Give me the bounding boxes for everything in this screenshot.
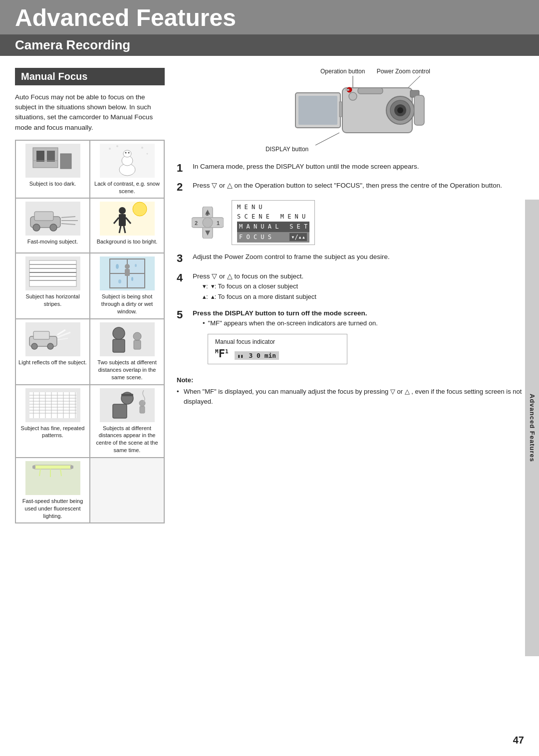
right-column: Operation button Power Zoom control: [177, 68, 524, 524]
mf-sup2: 1: [225, 348, 229, 354]
caption-overlap: Two subjects at different distances over…: [92, 359, 162, 381]
step-3-num: 3: [177, 252, 188, 265]
menu-box: M E N U S C E N E M E N U M A N U A L S …: [232, 200, 315, 246]
illus-overlap: Two subjects at different distances over…: [90, 319, 164, 385]
svg-rect-2: [36, 151, 44, 162]
svg-rect-59: [134, 340, 141, 349]
svg-point-111: [203, 218, 213, 228]
svg-point-58: [133, 332, 141, 340]
illus-fluorescent: Fast-speed shutter being used under fluo…: [15, 458, 90, 523]
step-2-text: Press ▽ or △ on the Operation button to …: [193, 181, 524, 191]
caption-window: Subject is being shot through a dirty or…: [92, 293, 162, 315]
illus-window: Subject is being shot through a dirty or…: [90, 253, 164, 319]
note-text: When "MF" is displayed, you can manually…: [184, 387, 524, 406]
svg-text:1: 1: [206, 211, 209, 217]
caption-distances: Subjects at different distances appear i…: [92, 425, 162, 454]
note-bullet: • When "MF" is displayed, you can manual…: [177, 387, 524, 406]
svg-point-43: [116, 264, 119, 269]
svg-point-25: [133, 202, 147, 216]
display-button-label: DISPLAY button: [266, 146, 308, 153]
caption-reflect: Light reflects off the subject.: [18, 359, 87, 366]
sub-mf-text: "MF" appears when the on-screen indicato…: [208, 318, 378, 329]
step-1: 1 In Camera mode, press the DISPLAY butt…: [177, 162, 524, 175]
svg-point-26: [119, 207, 126, 214]
note-section: Note: • When "MF" is displayed, you can …: [177, 375, 524, 407]
illus-fast: Fast-moving subject.: [15, 198, 90, 253]
intro-text: Auto Focus may not be able to focus on t…: [15, 92, 165, 133]
sub-mf-dot: •: [203, 318, 205, 329]
svg-rect-5: [60, 154, 71, 169]
svg-rect-82: [113, 404, 127, 418]
svg-rect-96: [298, 96, 337, 125]
svg-point-12: [109, 148, 111, 150]
caption-fluorescent: Fast-speed shutter being used under fluo…: [18, 498, 87, 520]
illus-distances: Subjects at different distances appear i…: [90, 385, 164, 458]
mf-superscript: M: [215, 348, 219, 354]
left-column: Manual Focus Auto Focus may not be able …: [15, 68, 165, 524]
svg-point-13: [116, 145, 118, 147]
svg-rect-61: [113, 339, 125, 352]
menu-diagram-item: 2 1 1 M E N U S C E N E M E N U M A N U …: [177, 200, 524, 246]
focus-indicator-box: Manual focus indicator MF1 ▮▮ 3 0 min: [208, 334, 347, 364]
sub-title-bar: Camera Recording: [0, 34, 539, 56]
illustration-grid: Subject is too dark.: [15, 140, 165, 524]
svg-point-15: [146, 153, 148, 154]
section-title-box: Manual Focus: [15, 68, 165, 85]
caption-fast: Fast-moving subject.: [27, 238, 78, 246]
svg-point-53: [47, 343, 53, 349]
svg-point-105: [349, 92, 357, 100]
step-4-sub-distant: ▴: ▴: To focus on a more distant subject: [203, 292, 524, 302]
step-5-num: 5: [177, 308, 188, 321]
step-4-sub-closer: ▾: ▾: To focus on a closer subject: [203, 281, 524, 292]
svg-rect-88: [70, 466, 73, 469]
svg-rect-108: [345, 89, 349, 91]
side-label: Advanced Features: [529, 394, 536, 462]
svg-point-52: [31, 343, 37, 349]
svg-point-19: [33, 224, 40, 231]
svg-rect-86: [33, 465, 73, 469]
dpad-svg: 2 1 1: [192, 207, 224, 239]
illus-patterns: Subject has fine, repeated patterns.: [15, 385, 90, 458]
timer-value: 3 0 min: [249, 352, 276, 359]
main-title: Advanced Features: [15, 5, 524, 31]
illus-snow: Lack of contrast, e.g. snow scene.: [90, 140, 164, 199]
svg-point-14: [141, 147, 143, 149]
header-bg: Advanced Features: [0, 0, 539, 34]
illus-empty: [90, 458, 164, 523]
step-1-num: 1: [177, 162, 188, 175]
illus-stripes: Subject has horizontal stripes.: [15, 253, 90, 319]
caption-snow: Lack of contrast, e.g. snow scene.: [92, 180, 162, 195]
svg-text:2: 2: [195, 220, 198, 226]
svg-point-60: [113, 327, 125, 339]
mf-text: MF1: [215, 347, 229, 360]
caption-bright: Background is too bright.: [97, 238, 158, 246]
svg-rect-84: [140, 406, 145, 413]
caption-stripes: Subject has horizontal stripes.: [18, 293, 87, 308]
svg-rect-87: [32, 466, 35, 469]
steps-list: 1 In Camera mode, press the DISPLAY butt…: [177, 162, 524, 369]
sub-distant-text: ▴: To focus on a more distant subject: [211, 292, 316, 302]
svg-rect-18: [34, 212, 53, 221]
svg-rect-27: [119, 214, 126, 226]
step-3: 3 Adjust the Power Zoom control to frame…: [177, 252, 524, 265]
svg-point-44: [131, 277, 133, 281]
sub-title: Camera Recording: [15, 37, 524, 53]
step-5-sub-mf: • "MF" appears when the on-screen indica…: [203, 318, 524, 329]
menu-diagram: 2 1 1 M E N U S C E N E M E N U M A N U …: [192, 200, 524, 246]
section-title: Manual Focus: [21, 71, 87, 82]
step-2: 2 Press ▽ or △ on the Operation button t…: [177, 181, 524, 194]
svg-point-102: [397, 107, 403, 113]
sub-distant-dot: ▴:: [203, 292, 208, 302]
menu-row-focus: F O C U S ▾/▴▴: [237, 232, 309, 243]
caption-dark: Subject is too dark.: [29, 180, 76, 188]
note-dot: •: [177, 387, 181, 406]
side-label-wrap: Advanced Features: [525, 200, 539, 656]
svg-rect-48: [125, 269, 130, 276]
mf-timer: ▮▮ 3 0 min: [235, 351, 279, 360]
note-title: Note:: [177, 375, 524, 385]
svg-rect-106: [414, 95, 424, 125]
svg-point-47: [125, 264, 130, 269]
mf-display: MF1 ▮▮ 3 0 min: [215, 347, 340, 360]
step-1-text: In Camera mode, press the DISPLAY button…: [193, 162, 524, 172]
content-area: Manual Focus Auto Focus may not be able …: [0, 56, 539, 534]
